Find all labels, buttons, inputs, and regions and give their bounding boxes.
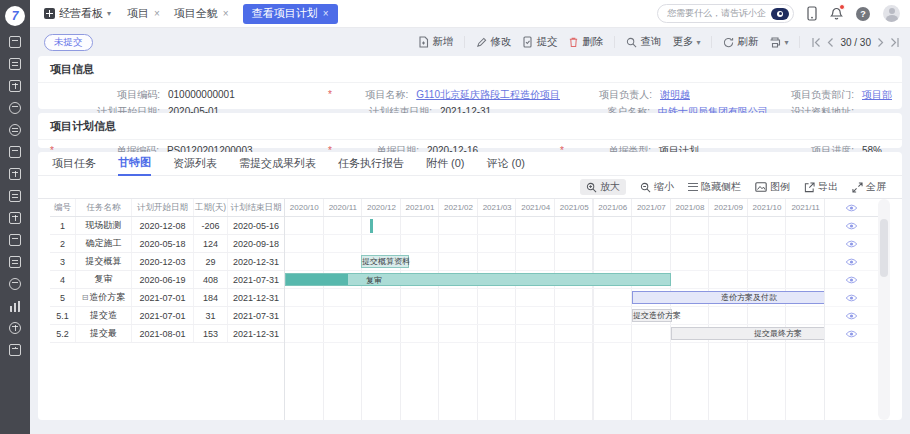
gantt-bar-submit-price[interactable]: 提交造价方案	[632, 309, 672, 322]
report-icon[interactable]	[9, 256, 21, 268]
next-page-icon[interactable]	[877, 37, 884, 48]
assistant-eye-toggle[interactable]	[771, 8, 789, 20]
board-icon[interactable]	[9, 36, 21, 48]
calendar-icon[interactable]	[9, 190, 21, 202]
shield-icon[interactable]	[9, 124, 21, 136]
close-icon[interactable]: ×	[223, 8, 229, 19]
hide-sidebar-button[interactable]: 隐藏侧栏	[688, 180, 741, 194]
tab-gantt[interactable]: 甘特图	[118, 152, 151, 176]
field-label: 项目负责部门:	[768, 88, 854, 102]
history-icon[interactable]	[9, 322, 21, 334]
divider	[464, 36, 465, 48]
eye-icon[interactable]	[845, 312, 858, 320]
status-badge: 未提交	[44, 34, 93, 51]
table-row[interactable]: 4复审2020-06-194082021-07-31	[50, 271, 284, 289]
project-name-link[interactable]: G110北京延庆路段工程造价项目	[416, 88, 560, 102]
table-row[interactable]: 3提交概算2020-12-03292020-12-31	[50, 253, 284, 271]
delete-button[interactable]: 删除	[568, 35, 603, 49]
assistant-input[interactable]: 您需要什么，请告诉小企	[657, 4, 794, 23]
finance-icon[interactable]	[9, 234, 21, 246]
app-logo[interactable]: 7	[5, 6, 25, 26]
tab-task-report[interactable]: 任务执行报告	[338, 152, 404, 176]
table-row[interactable]: 5.2提交最2021-08-011532021-12-31	[50, 325, 284, 343]
zoom-out-button[interactable]: 缩小	[640, 180, 674, 194]
collapse-icon[interactable]: ⊟	[82, 293, 89, 302]
eye-icon[interactable]	[845, 330, 858, 338]
zoom-in-button[interactable]: 放大	[580, 179, 626, 195]
refresh-icon	[723, 37, 734, 48]
eye-icon[interactable]	[845, 258, 858, 266]
export-button[interactable]: 导出	[804, 180, 838, 194]
legend-image-icon	[755, 182, 767, 192]
briefcase-icon[interactable]	[9, 146, 21, 158]
gantt-bar-estimate[interactable]: 提交概算资料	[361, 255, 409, 268]
document-icon[interactable]	[9, 58, 21, 70]
idcard-icon[interactable]	[9, 168, 21, 180]
close-icon[interactable]: ×	[154, 8, 160, 19]
gantt-bar-summary[interactable]: 造价方案及付款	[632, 291, 824, 304]
query-button[interactable]: 查询	[626, 35, 661, 49]
refresh-button[interactable]: 刷新	[723, 35, 758, 49]
submit-button[interactable]: 提交	[522, 35, 557, 49]
tab-comments[interactable]: 评论 (0)	[487, 152, 526, 176]
table-row[interactable]: 5.1提交造2021-07-01312021-07-31	[50, 307, 284, 325]
project-manager-link[interactable]: 谢明越	[660, 88, 690, 102]
approval-icon[interactable]	[9, 102, 21, 114]
phone-icon[interactable]	[807, 6, 817, 21]
legend-button[interactable]: 图例	[755, 180, 790, 194]
search-icon	[626, 37, 637, 48]
last-page-icon[interactable]	[890, 37, 900, 48]
avatar[interactable]	[883, 5, 900, 22]
table-row[interactable]: 1现场勘测2020-12-08-2062020-05-16	[50, 217, 284, 235]
more-button[interactable]: 更多 ▾	[672, 35, 700, 49]
apps-icon[interactable]	[9, 212, 21, 224]
tasks-icon[interactable]	[9, 80, 21, 92]
close-icon[interactable]: ×	[323, 8, 329, 19]
tab-project-overview[interactable]: 项目全貌 ×	[174, 6, 229, 21]
gantt-bar-review[interactable]: 复审	[285, 273, 671, 286]
workspace-switcher[interactable]: 经营看板 ▾	[44, 6, 111, 21]
edit-button[interactable]: 修改	[476, 35, 511, 49]
fullscreen-button[interactable]: 全屏	[852, 180, 886, 194]
hamburger-icon	[688, 183, 698, 191]
fullscreen-icon	[852, 182, 863, 193]
chevron-down-icon: ▾	[784, 38, 788, 47]
printer-icon	[769, 37, 781, 48]
help-icon[interactable]: ?	[856, 7, 870, 21]
gantt-bar-final-plan[interactable]: 提交最终方案	[671, 327, 824, 340]
prev-page-icon[interactable]	[827, 37, 834, 48]
timeline-row: 造价方案及付款	[285, 289, 824, 307]
table-row[interactable]: 2确定施工2020-05-181242020-09-18	[50, 235, 284, 253]
print-button[interactable]: ▾	[769, 37, 788, 48]
add-doc-icon	[418, 36, 429, 48]
add-button[interactable]: 新增	[418, 35, 453, 49]
eye-icon[interactable]	[845, 294, 858, 302]
timeline-row: 提交造价方案	[285, 307, 824, 325]
eye-icon[interactable]	[845, 204, 858, 212]
tools-icon[interactable]	[9, 344, 21, 356]
gantt-bar-milestone[interactable]	[370, 219, 373, 233]
eye-icon[interactable]	[845, 276, 858, 284]
gantt-chart: 编号 任务名称 计划开始日期 工期(天) 计划结束日期 1现场勘测2020-12…	[38, 198, 902, 420]
tab-deliverables[interactable]: 需提交成果列表	[239, 152, 316, 176]
vertical-scrollbar[interactable]	[878, 199, 890, 420]
project-dept-link[interactable]: 项目部	[862, 88, 892, 102]
gear-icon[interactable]	[9, 278, 21, 290]
eye-icon[interactable]	[845, 222, 858, 230]
zoom-out-icon	[640, 182, 651, 193]
trash-icon	[568, 36, 579, 48]
col-header-end: 计划结束日期	[228, 199, 284, 216]
tab-view-project-plan[interactable]: 查看项目计划 ×	[243, 4, 338, 24]
tab-project[interactable]: 项目 ×	[127, 6, 160, 21]
table-row[interactable]: 5 ⊟造价方案 2021-07-011842021-12-31	[50, 289, 284, 307]
pager-count: 30 / 30	[840, 37, 871, 48]
eye-icon[interactable]	[845, 240, 858, 248]
tab-project-tasks[interactable]: 项目任务	[52, 152, 96, 176]
bell-icon[interactable]	[830, 7, 843, 21]
chart-icon[interactable]	[9, 300, 21, 312]
tab-resource-list[interactable]: 资源列表	[173, 152, 217, 176]
first-page-icon[interactable]	[811, 37, 821, 48]
gantt-toolbar: 放大 缩小 隐藏侧栏 图例 导出 全屏	[38, 176, 902, 198]
tab-attachments[interactable]: 附件 (0)	[426, 152, 465, 176]
scrollbar-thumb[interactable]	[880, 219, 888, 277]
